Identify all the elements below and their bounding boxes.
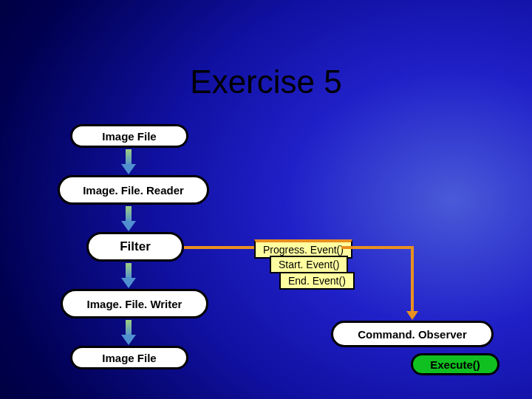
arrow-head-icon [121, 221, 136, 231]
connector-icon [184, 246, 254, 249]
arrow-head-icon [121, 278, 136, 288]
arrow-icon [126, 263, 132, 279]
slide-title: Exercise 5 [0, 64, 532, 100]
node-image-file-bottom: Image File [70, 346, 188, 369]
node-image-file-reader: Image. File. Reader [58, 175, 209, 205]
event-start: Start. Event() [270, 256, 348, 273]
arrow-head-icon [121, 335, 136, 345]
arrow-icon [126, 149, 132, 166]
connector-icon [341, 246, 412, 249]
connector-icon [411, 246, 414, 313]
node-image-file-top: Image File [70, 124, 188, 148]
arrow-head-icon [121, 164, 136, 174]
node-image-file-writer: Image. File. Writer [61, 289, 208, 318]
arrow-icon [126, 320, 132, 336]
node-filter: Filter [86, 232, 184, 262]
node-command-observer: Command. Observer [331, 321, 494, 347]
arrow-icon [126, 206, 132, 222]
arrow-head-icon [406, 311, 418, 320]
node-execute: Execute() [411, 353, 499, 375]
event-end: End. Event() [279, 272, 355, 290]
